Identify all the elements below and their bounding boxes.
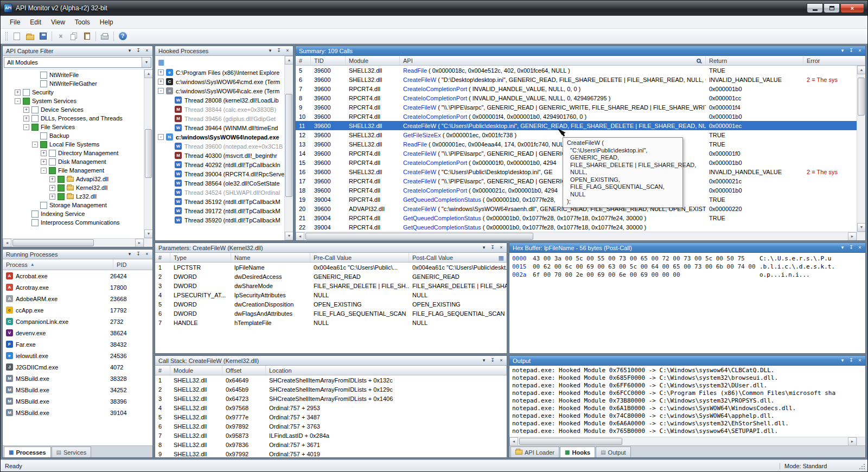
hooked-tree-item[interactable]: - = c:\windows\SysWOW64\calc.exe (Term xyxy=(155,86,284,95)
parameter-row[interactable]: 2 DWORD dwDesiredAccess GENERIC_READ GEN… xyxy=(155,272,507,281)
scroll-left-icon[interactable]: ◄ xyxy=(509,437,518,446)
expand-toggle-icon[interactable]: - xyxy=(15,98,21,104)
open-button[interactable] xyxy=(23,30,36,42)
checkbox[interactable] xyxy=(23,89,30,96)
checkbox[interactable] xyxy=(58,184,65,192)
call-stack-row[interactable]: 5 SHELL32.dll 0x9777e Ordinal:757 + 3487 xyxy=(155,412,507,422)
checkbox[interactable] xyxy=(58,176,65,183)
expand-toggle-icon[interactable]: + xyxy=(158,69,164,75)
parameter-row[interactable]: 5 DWORD dwCreationDisposition OPEN_EXIST… xyxy=(155,299,507,309)
tree-item[interactable]: + DLLs, Processes, and Threads xyxy=(3,114,144,123)
expand-toggle-icon[interactable]: + xyxy=(158,79,164,85)
summary-row[interactable]: 21 39004 RPCRT4.dll GetQueuedCompletionS… xyxy=(296,213,857,222)
output-log[interactable]: notepad.exe: Hooked Module 0x76510000 ->… xyxy=(509,366,865,437)
column-header-module[interactable]: Module xyxy=(346,56,400,65)
summary-row[interactable]: 7 39600 RPCRT4.dll CreateIoCompletionPor… xyxy=(296,84,857,93)
search-icon[interactable] xyxy=(697,59,701,63)
column-header-offset[interactable]: Offset xyxy=(222,366,266,375)
tree-item[interactable]: - System Services xyxy=(3,97,144,105)
pin-icon[interactable]: ↧ xyxy=(275,47,283,54)
scroll-thumb[interactable] xyxy=(305,233,533,240)
chevron-down-icon[interactable]: ▾ xyxy=(142,58,151,67)
hooked-tree-item[interactable]: W Thread 34524 (SHLWAPI.dll!Ordinal xyxy=(155,188,284,197)
panel-menu-icon[interactable]: ▾ xyxy=(839,244,846,251)
hooked-tree-item[interactable]: M Thread 40300 (msvcrt.dll!_beginthr xyxy=(155,151,284,160)
pin-icon[interactable]: ↧ xyxy=(489,244,496,251)
help-button[interactable]: ? xyxy=(116,30,129,42)
pin-icon[interactable]: ↧ xyxy=(847,47,855,54)
menu-help[interactable]: Help xyxy=(95,17,118,28)
expand-toggle-icon[interactable]: - xyxy=(23,124,29,130)
expand-toggle-icon[interactable]: - xyxy=(158,88,164,94)
menu-tools[interactable]: Tools xyxy=(70,17,95,28)
column-header-precall[interactable]: Pre-Call Value xyxy=(310,253,409,262)
call-stack-row[interactable]: 2 SHELL32.dll 0x645b9 SHCreateShellItemA… xyxy=(155,385,507,394)
checkbox[interactable] xyxy=(31,211,39,218)
tab-output[interactable]: ▤ Output xyxy=(596,447,630,457)
column-header-tid[interactable]: TID xyxy=(311,56,346,65)
parameter-row[interactable]: 3 DWORD dwShareMode FILE_SHARE_DELETE | … xyxy=(155,281,507,290)
menu-edit[interactable]: Edit xyxy=(25,17,46,28)
tree-item[interactable]: Interprocess Communications xyxy=(3,218,144,227)
process-row[interactable]: J J2GDIICmd.exe 4072 xyxy=(3,361,152,373)
hooked-tree-item[interactable]: W Thread 38564 (ole32.dll!CoSetState xyxy=(155,178,284,188)
expand-toggle-icon[interactable]: - xyxy=(32,142,38,148)
hooked-tree-item[interactable]: W Thread 39464 (WINMM.dll!timeEnd xyxy=(155,123,284,132)
close-icon[interactable]: × xyxy=(497,357,505,364)
summary-row[interactable]: 11 39600 SHELL32.dll CreateFileW( "C:\Us… xyxy=(296,121,857,130)
process-row[interactable]: c ccApp.exe 17792 xyxy=(3,304,152,316)
scroll-thumb[interactable] xyxy=(285,94,292,197)
hooked-tree-item[interactable]: W Thread 39600 (notepad.exe+0x3C1B xyxy=(155,142,284,151)
column-header-error[interactable]: Error xyxy=(803,56,865,65)
pin-icon[interactable]: ↧ xyxy=(135,47,142,54)
column-header-pid[interactable]: PID xyxy=(113,261,152,268)
column-header-num[interactable]: # xyxy=(155,366,170,375)
column-header-name[interactable]: Name xyxy=(231,253,310,262)
menu-view[interactable]: View xyxy=(46,17,70,28)
tree-item[interactable]: Storage Management xyxy=(3,201,144,209)
summary-row[interactable]: 5 39600 SHELL32.dll ReadFile( 0x0000018c… xyxy=(296,66,857,75)
expand-toggle-icon[interactable]: + xyxy=(49,194,55,200)
panel-menu-icon[interactable]: ▾ xyxy=(126,251,133,258)
close-icon[interactable]: × xyxy=(143,251,151,258)
summary-row[interactable]: 8 39600 RPCRT4.dll CreateIoCompletionPor… xyxy=(296,93,857,103)
column-header-num[interactable]: # xyxy=(155,253,170,262)
checkbox[interactable] xyxy=(31,106,39,113)
toolbar-grip[interactable] xyxy=(5,32,8,41)
close-icon[interactable]: × xyxy=(143,47,151,54)
hooked-tree-item[interactable]: W Thread 35192 (ntdll.dll!TpCallbackM xyxy=(155,197,284,206)
scroll-left-icon[interactable]: ◄ xyxy=(296,232,304,241)
process-row[interactable]: e ielowutil.exe 24536 xyxy=(3,350,152,361)
panel-menu-icon[interactable]: ▾ xyxy=(126,47,133,54)
scroll-right-icon[interactable]: ► xyxy=(135,239,144,247)
checkbox[interactable] xyxy=(40,80,47,87)
tree-item[interactable]: + Security xyxy=(3,88,144,97)
filter-tree-vscrollbar[interactable]: ▲ ▼ xyxy=(144,69,152,238)
hooked-tree-item[interactable]: + C c:\windows\SysWOW64\cmd.exe (Term xyxy=(155,77,284,86)
process-row[interactable]: V devenv.exe 38624 xyxy=(3,327,152,339)
hooked-tree-item[interactable]: W Thread 39004 (RPCRT4.dll!RpcServe xyxy=(155,169,284,178)
process-row[interactable]: M MSBuild.exe 39104 xyxy=(3,407,152,418)
hex-dump[interactable]: 0000 43 00 3a 00 5c 00 55 00 73 00 65 00… xyxy=(509,253,865,353)
tree-item[interactable]: - Local File Systems xyxy=(3,140,144,149)
checkbox[interactable] xyxy=(40,72,47,79)
checkbox[interactable] xyxy=(23,98,30,105)
copy-button[interactable] xyxy=(67,30,80,42)
monitor-grid-icon[interactable]: ▦ xyxy=(158,59,164,66)
scroll-thumb[interactable] xyxy=(145,129,152,178)
column-header-process[interactable]: Process ▲ xyxy=(3,259,113,270)
scroll-left-icon[interactable]: ◄ xyxy=(3,239,11,247)
column-header-num[interactable]: # xyxy=(296,56,311,65)
tree-item[interactable]: - File Services xyxy=(3,123,144,131)
close-icon[interactable]: × xyxy=(497,244,505,251)
panel-menu-icon[interactable]: ▾ xyxy=(839,47,846,54)
panel-menu-icon[interactable]: ▾ xyxy=(266,47,274,54)
hooked-tree-item[interactable]: W Thread 28008 (kernel32.dll!LoadLib xyxy=(155,95,284,105)
scroll-right-icon[interactable]: ► xyxy=(848,232,857,241)
call-stack-row[interactable]: 7 SHELL32.dll 0x95873 ILFindLastID + 0x2… xyxy=(155,431,507,440)
hex-view-icon[interactable]: ▦ xyxy=(499,254,504,261)
summary-row[interactable]: 6 39600 SHELL32.dll CreateFileW( "D:\Des… xyxy=(296,75,857,84)
new-file-button[interactable] xyxy=(10,30,23,42)
panel-menu-icon[interactable]: ▾ xyxy=(480,357,488,364)
checkbox[interactable] xyxy=(40,141,47,148)
